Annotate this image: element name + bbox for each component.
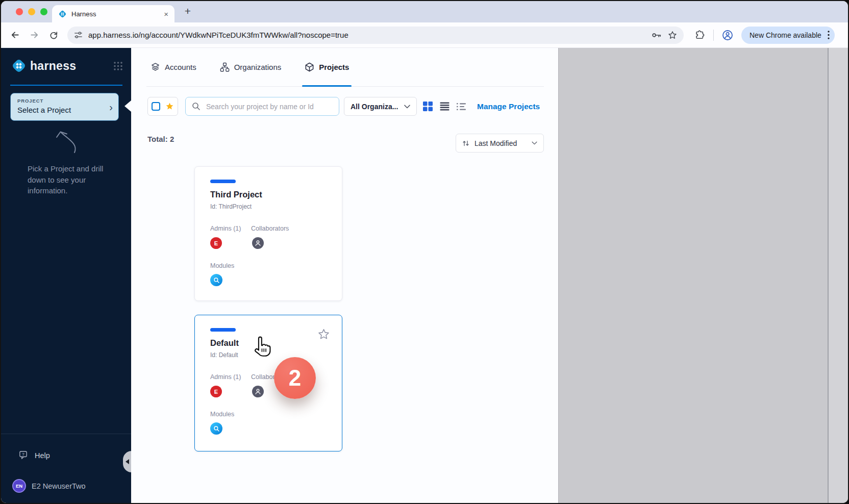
- user-menu-item[interactable]: EN E2 NewuserTwo: [12, 479, 86, 493]
- sort-dropdown[interactable]: Last Modified: [456, 134, 544, 153]
- annotation-step-badge: 2: [274, 357, 316, 399]
- mouse-cursor-icon: [252, 336, 273, 359]
- back-button[interactable]: [7, 28, 22, 43]
- page-background-area: [558, 48, 828, 503]
- favorite-star-icon[interactable]: [165, 102, 174, 111]
- tab-title: Harness: [71, 10, 159, 18]
- project-color-bar: [210, 328, 236, 332]
- tab-accounts[interactable]: Accounts: [151, 48, 196, 86]
- tab-organizations[interactable]: Organizations: [220, 48, 282, 86]
- project-section-label: PROJECT: [17, 98, 112, 104]
- project-search[interactable]: [185, 97, 339, 116]
- close-window-button[interactable]: [16, 8, 23, 15]
- chevron-down-icon: [532, 141, 537, 145]
- browser-window: Harness × + app.harness.io/ng/account/YW…: [0, 0, 849, 504]
- project-title: Third Project: [210, 190, 262, 199]
- list-view-icon[interactable]: [440, 102, 450, 111]
- harness-logo-icon: [11, 58, 27, 73]
- svg-text:?: ?: [22, 452, 24, 457]
- chevron-right-icon: ›: [109, 102, 113, 112]
- favorites-checkbox[interactable]: [152, 102, 160, 111]
- maximize-window-button[interactable]: [40, 8, 47, 15]
- organization-filter-dropdown[interactable]: All Organiza...: [344, 97, 417, 116]
- forward-arrow-icon: [30, 30, 39, 40]
- scope-tabs: Accounts Organizations Projects: [146, 48, 544, 87]
- help-menu-item[interactable]: ? Help: [18, 450, 50, 461]
- collaborator-invite-avatar[interactable]: [252, 386, 264, 397]
- new-tab-button[interactable]: +: [181, 4, 195, 18]
- sort-value: Last Modified: [475, 139, 527, 147]
- app-shell: harness PROJECT Select a Project › Pick …: [1, 48, 848, 503]
- reload-button[interactable]: [46, 28, 61, 43]
- favorites-filter-group: [147, 97, 178, 116]
- project-card-third-project[interactable]: Third Project Id: ThirdProject Admins (1…: [194, 166, 342, 301]
- admin-avatar[interactable]: E: [210, 237, 222, 249]
- total-count: Total: 2: [147, 135, 174, 143]
- project-id: Id: ThirdProject: [210, 203, 252, 210]
- sidebar: harness PROJECT Select a Project › Pick …: [1, 48, 131, 503]
- forward-button[interactable]: [27, 28, 42, 43]
- sort-arrows-icon: [462, 140, 469, 147]
- logo-wordmark: harness: [30, 59, 76, 73]
- admin-avatar[interactable]: E: [210, 386, 222, 397]
- help-label: Help: [35, 451, 50, 460]
- toolbar-divider: [713, 30, 714, 41]
- minimize-window-button[interactable]: [28, 8, 35, 15]
- reload-icon: [49, 31, 58, 40]
- harness-favicon-icon: [58, 10, 67, 18]
- project-card-default[interactable]: Default Id: Default Admins (1) Collabora…: [194, 315, 342, 451]
- grid-view-icon[interactable]: [423, 102, 433, 111]
- sidebar-notch: [124, 100, 131, 112]
- new-chrome-available-button[interactable]: New Chrome available: [741, 27, 835, 44]
- admins-label: Admins (1): [210, 373, 241, 381]
- sidebar-divider: [10, 85, 122, 86]
- tab-label: Projects: [319, 63, 349, 71]
- module-icon[interactable]: [210, 422, 222, 435]
- module-magnifier-icon: [213, 425, 220, 432]
- favorite-project-button[interactable]: [317, 327, 331, 341]
- profile-button[interactable]: [720, 28, 735, 43]
- curved-arrow-doodle-icon: [51, 125, 81, 155]
- user-avatar: EN: [12, 479, 26, 493]
- password-key-icon[interactable]: [651, 30, 662, 41]
- module-magnifier-icon: [213, 277, 220, 284]
- tab-projects[interactable]: Projects: [305, 48, 349, 86]
- modules-label: Modules: [210, 411, 234, 418]
- logo-row: harness: [11, 58, 123, 73]
- search-icon: [192, 102, 201, 111]
- collapse-left-icon: [126, 459, 129, 464]
- bookmark-star-icon[interactable]: [667, 30, 678, 40]
- extensions-button[interactable]: [692, 28, 707, 43]
- browser-toolbar: app.harness.io/ng/account/YWdkwNPiTceDUK…: [1, 22, 848, 48]
- browser-tab[interactable]: Harness ×: [52, 5, 174, 22]
- chevron-down-icon: [404, 105, 410, 109]
- url-text[interactable]: app.harness.io/ng/account/YWdkwNPiTceDUK…: [88, 31, 646, 39]
- project-id: Id: Default: [210, 351, 238, 359]
- compact-list-view-icon[interactable]: [457, 103, 466, 111]
- module-icon[interactable]: [210, 274, 222, 286]
- star-outline-icon: [317, 327, 331, 341]
- collaborator-invite-avatar[interactable]: [252, 237, 264, 249]
- help-chat-icon: ?: [18, 450, 29, 461]
- browser-titlebar: Harness × +: [1, 1, 848, 22]
- tab-close-icon[interactable]: ×: [164, 10, 168, 18]
- organization-filter-value: All Organiza...: [351, 103, 398, 111]
- more-vertical-icon[interactable]: [828, 31, 830, 39]
- collaborators-label: Collaborators: [251, 225, 289, 232]
- url-bar[interactable]: app.harness.io/ng/account/YWdkwNPiTceDUK…: [67, 27, 684, 44]
- view-toggles: [423, 97, 466, 116]
- cube-icon: [305, 62, 314, 72]
- admins-label: Admins (1): [210, 225, 241, 232]
- modules-label: Modules: [210, 262, 234, 269]
- person-icon: [255, 240, 261, 246]
- site-info-icon[interactable]: [73, 30, 83, 40]
- manage-projects-link[interactable]: Manage Projects: [477, 97, 540, 116]
- scrollbar-gutter[interactable]: [828, 48, 849, 503]
- sidebar-hint-text: Pick a Project and drill down to see you…: [28, 163, 108, 196]
- tab-label: Accounts: [165, 63, 196, 71]
- search-input[interactable]: [205, 102, 333, 111]
- apps-grid-icon[interactable]: [113, 61, 123, 71]
- new-chrome-label: New Chrome available: [750, 31, 821, 39]
- select-project-button[interactable]: PROJECT Select a Project ›: [10, 93, 119, 121]
- layers-icon: [151, 62, 160, 72]
